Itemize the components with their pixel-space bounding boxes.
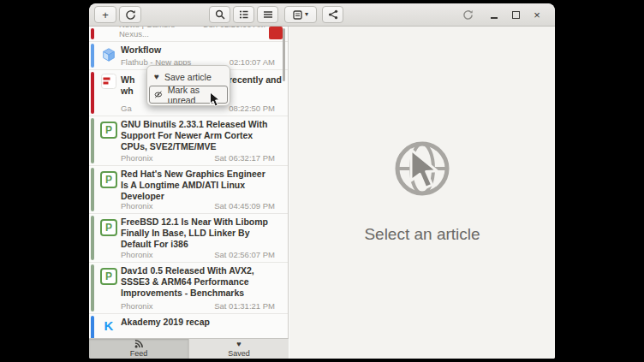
phoronix-logo-icon: P [100, 122, 117, 139]
kde-logo-icon: K [101, 317, 116, 333]
article-title: Dav1d 0.5 Released With AVX2, SSSE3 & AR… [121, 265, 275, 299]
feed-name: Phoronix [121, 301, 153, 311]
flathub-cube-icon [101, 47, 116, 62]
add-feed-button[interactable]: + [94, 6, 116, 23]
article-view-icon [293, 10, 302, 20]
article-title-fragment: wh [121, 86, 134, 96]
phoronix-logo-icon: P [100, 268, 117, 285]
tab-label: Saved [228, 349, 250, 358]
article-date: 02:10:07 AM [230, 57, 275, 67]
filter-list-icon [239, 9, 249, 20]
refresh-icon [125, 9, 136, 21]
article-date: Sat 04:45:09 PM [214, 201, 275, 211]
chevron-down-icon: ▾ [305, 11, 308, 18]
scrollbar-thumb[interactable] [283, 28, 285, 81]
fetch-content-icon [462, 9, 474, 21]
feed-color-stripe [91, 44, 94, 68]
hamburger-icon [263, 9, 273, 20]
close-icon: × [534, 9, 540, 21]
tab-label: Feed [130, 349, 148, 358]
article-row-gnu-binutils[interactable]: P GNU Binutils 2.33.1 Released With Supp… [89, 116, 288, 166]
article-date: Sat 02:56:07 PM [214, 250, 275, 259]
menu-button[interactable] [257, 6, 278, 23]
filter-list-button[interactable] [233, 6, 254, 23]
rss-icon [134, 340, 143, 348]
heart-icon: ♥ [154, 73, 159, 81]
header-bar: + ▾ × [89, 3, 555, 27]
minimize-icon [491, 17, 498, 19]
article-row-akademy[interactable]: K Akademy 2019 recap [89, 314, 288, 338]
article-date: Sat 01:31:21 PM [214, 301, 275, 311]
context-menu-label: Save article [164, 72, 212, 82]
bottom-tab-bar: Feed ♥ Saved [89, 338, 289, 359]
feed-color-stripe [91, 72, 94, 114]
article-title: GNU Binutils 2.33.1 Released With Suppor… [121, 119, 275, 152]
phoronix-logo-icon: P [100, 171, 117, 188]
feed-color-stripe [91, 316, 94, 338]
share-button[interactable] [322, 6, 343, 23]
maximize-button[interactable] [506, 6, 525, 23]
feed-name: Phoronix [121, 153, 153, 163]
select-article-text: Select an article [289, 225, 555, 244]
search-icon [215, 9, 225, 20]
feed-name: Phoronix [121, 250, 153, 259]
article-row-red-hat[interactable]: P Red Hat's New Graphics Engineer Is A L… [89, 166, 288, 214]
fetch-content-button[interactable] [457, 6, 479, 23]
article-title: FreeBSD 12.1 Is Near With Libomp Finally… [121, 217, 275, 250]
minimize-button[interactable] [485, 6, 504, 23]
article-title-fragment: Wh [121, 74, 134, 85]
feed-color-stripe [91, 216, 94, 260]
article-date: Sat 06:32:17 PM [214, 153, 275, 163]
tab-saved[interactable]: ♥ Saved [188, 339, 289, 359]
tab-feed[interactable]: Feed [89, 339, 188, 359]
article-title: Workflow [121, 45, 275, 56]
article-thumbnail [269, 27, 283, 39]
feed-color-stripe [91, 264, 94, 312]
article-title-fragment: recently and [229, 74, 282, 85]
app-window: + ▾ × [89, 3, 555, 359]
view-mode-dropdown[interactable]: ▾ [284, 6, 317, 23]
article-row-gamers-nexus[interactable]: News | Gamers Nexus... Sun 02:29:00 AM [89, 27, 288, 42]
feed-name: Ga [121, 104, 132, 113]
feed-name: News | Gamers Nexus... [119, 27, 198, 39]
feed-color-stripe [91, 118, 94, 163]
empty-state: Select an article [289, 136, 555, 244]
article-content-pane: Select an article [289, 27, 555, 359]
article-row-freebsd[interactable]: P FreeBSD 12.1 Is Near With Libomp Final… [89, 214, 288, 263]
refresh-button[interactable] [119, 6, 141, 23]
phoronix-logo-icon: P [100, 219, 117, 236]
share-icon [328, 9, 338, 20]
article-title: Red Hat's New Graphics Engineer Is A Lon… [121, 169, 275, 201]
newsflash-globe-logo [390, 136, 455, 201]
mouse-cursor [209, 92, 222, 107]
feed-color-stripe [91, 168, 94, 211]
article-title: Akademy 2019 recap [121, 317, 275, 328]
mark-unread-icon [154, 90, 163, 99]
feed-name: Phoronix [121, 201, 153, 211]
close-button[interactable]: × [528, 6, 546, 23]
context-menu-item-save-article[interactable]: ♥ Save article [149, 68, 228, 86]
article-date: Sun 02:29:00 AM [203, 27, 265, 39]
maximize-icon [512, 11, 520, 19]
plus-icon: + [102, 9, 109, 21]
search-button[interactable] [209, 6, 230, 23]
gamingonlinux-icon [101, 74, 116, 89]
article-row-dav1d[interactable]: P Dav1d 0.5 Released With AVX2, SSSE3 & … [89, 263, 288, 314]
feed-color-stripe [91, 28, 94, 39]
heart-icon: ♥ [236, 341, 241, 348]
article-date: 08:22:50 PM [229, 104, 275, 113]
